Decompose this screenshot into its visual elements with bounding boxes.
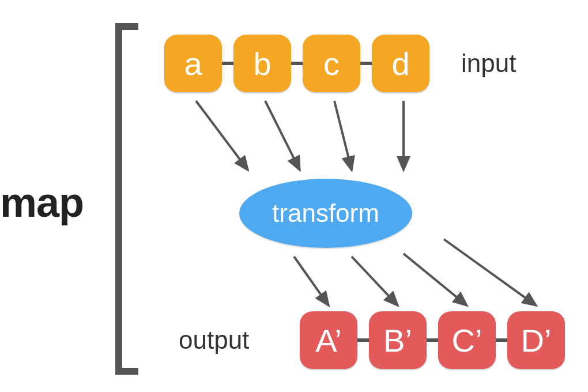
connector-icon bbox=[427, 338, 438, 342]
input-node-d: d bbox=[372, 35, 429, 92]
connector-icon bbox=[222, 62, 233, 65]
output-node-d: D’ bbox=[507, 311, 565, 369]
output-node-b: B’ bbox=[369, 311, 427, 369]
output-node-label: B’ bbox=[383, 322, 412, 359]
output-label: output bbox=[179, 326, 249, 355]
output-row: A’ B’ C’ D’ bbox=[300, 311, 565, 369]
map-title: map bbox=[0, 179, 84, 226]
arrow-icon bbox=[196, 101, 248, 170]
input-row: a b c d bbox=[164, 35, 429, 92]
connector-icon bbox=[360, 62, 372, 65]
arrow-icon bbox=[444, 239, 536, 306]
transform-label: transform bbox=[272, 199, 379, 228]
connector-icon bbox=[291, 62, 303, 65]
output-node-c: C’ bbox=[438, 311, 496, 369]
output-node-label: D’ bbox=[521, 322, 552, 359]
arrow-icon bbox=[404, 254, 467, 306]
input-node-a: a bbox=[164, 35, 222, 92]
input-node-label: a bbox=[184, 45, 202, 82]
output-node-label: C’ bbox=[452, 322, 483, 359]
input-node-label: c bbox=[323, 45, 340, 82]
arrow-icon bbox=[294, 257, 329, 306]
input-node-c: c bbox=[303, 35, 360, 92]
input-node-label: b bbox=[253, 45, 271, 82]
arrow-icon bbox=[334, 101, 352, 170]
output-node-label: A’ bbox=[315, 322, 342, 359]
input-node-label: d bbox=[391, 45, 409, 82]
arrow-icon bbox=[265, 101, 300, 170]
connector-icon bbox=[496, 338, 507, 342]
input-label: input bbox=[461, 49, 516, 78]
transform-node: transform bbox=[239, 179, 412, 248]
input-node-b: b bbox=[233, 35, 291, 92]
bracket-icon bbox=[115, 23, 138, 375]
output-node-a: A’ bbox=[300, 311, 357, 369]
connector-icon bbox=[357, 338, 369, 342]
arrow-icon bbox=[352, 257, 398, 306]
